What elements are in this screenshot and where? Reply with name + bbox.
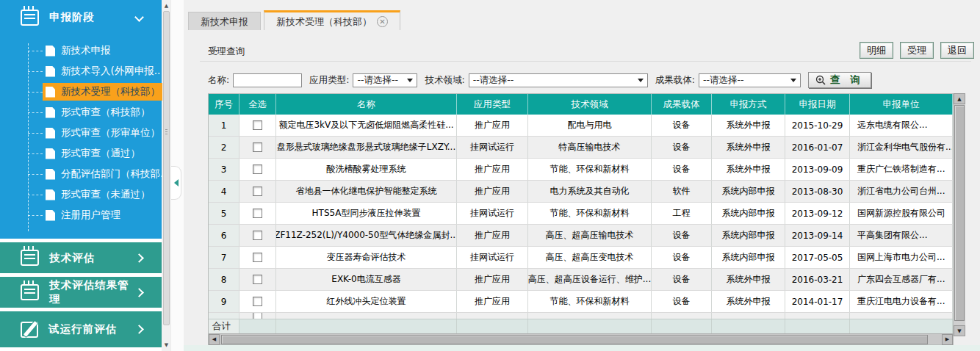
sidebar-item-6[interactable]: 分配评估部门（科技部.. (0, 164, 162, 184)
sidebar-scrollbar-thumb[interactable] (163, 11, 170, 325)
sidebar-section-eval-result-mgmt[interactable]: 技术评估结果管理 (0, 277, 162, 308)
search-button[interactable]: 查 询 (808, 72, 871, 88)
scroll-left-icon[interactable]: ◀ (209, 334, 220, 345)
table-row[interactable]: 1额定电压3kV及以下无卤低烟阻燃高柔性硅...推广应用配电与用电设备系统外申报… (209, 115, 953, 137)
cell-date: 2013-08-30 (785, 181, 850, 202)
detail-button[interactable]: 明细 (860, 42, 893, 59)
cell-unit: 国网新源控股有限公司 (850, 203, 953, 224)
cell-name: 盘形悬式玻璃绝缘盘形悬式玻璃绝缘子LXZY... (276, 137, 457, 158)
cell-declare_mode: 系统内部申报 (712, 181, 785, 202)
column-header-6: 申报方式 (712, 94, 785, 115)
row-checkbox[interactable] (253, 164, 262, 174)
cell-name: HTS5A型同步液压拉伸装置 (276, 203, 457, 224)
checkbox-cell (239, 225, 276, 246)
footer-cell (652, 319, 712, 333)
sidebar-item-4[interactable]: 形式审查（形审单位） (0, 123, 162, 143)
table-row[interactable]: 2盘形悬式玻璃绝缘盘形悬式玻璃绝缘子LXZY...挂网试运行特高压输电技术设备系… (209, 137, 953, 159)
app-type-select[interactable]: --请选择-- (353, 73, 417, 87)
left-triangle-icon (174, 179, 179, 187)
sidebar-collapse-handle[interactable] (171, 166, 181, 200)
footer-cell (457, 319, 528, 333)
cell-carrier: 设备 (652, 115, 712, 136)
table-row[interactable]: 7变压器寿命评估技术挂网试运行高压、超高压变电技术设备系统内部申报2017-05… (209, 247, 953, 269)
sidebar-item-label: 形式审查（通过） (61, 147, 140, 160)
tab-new-tech-accept[interactable]: 新技术受理（科技部） ✕ (264, 10, 400, 31)
cell-unit: 重庆江电电力设备有... (850, 291, 953, 312)
checkbox-cell (239, 181, 276, 202)
row-checkbox[interactable] (253, 275, 262, 284)
vertical-scrollbar-thumb[interactable] (954, 105, 965, 321)
cell-declare_mode: 系统内部申报 (712, 225, 785, 246)
pencil-note-icon (21, 322, 38, 338)
table-row[interactable]: 5HTS5A型同步液压拉伸装置挂网试运行节能、环保和新材料工程系统内部申报201… (209, 203, 953, 225)
row-checkbox[interactable] (253, 253, 262, 262)
row-checkbox[interactable] (253, 231, 262, 240)
scroll-right-icon[interactable]: ▶ (942, 334, 953, 345)
app-type-label: 应用类型: (309, 74, 349, 87)
carrier-select[interactable]: --请选择-- (699, 73, 801, 87)
sidebar-item-8[interactable]: 注册用户管理 (0, 205, 162, 225)
tech-field-select[interactable]: --请选择-- (469, 73, 648, 87)
sidebar-item-2[interactable]: 新技术受理（科技部） (0, 82, 162, 102)
cell-unit: 国网上海市电力公司... (850, 247, 953, 268)
chevron-right-icon (134, 288, 144, 297)
checkbox-cell (239, 247, 276, 268)
cell-unit: 平高集团有限公... (850, 225, 953, 246)
tab-new-tech-declare[interactable]: 新技术申报 (188, 12, 261, 31)
table-row[interactable]: 3酸洗槽酸雾处理系统推广应用节能、环保和新材料设备系统外申报2013-09-09… (209, 159, 953, 181)
tree-connector (28, 112, 43, 113)
sidebar-scrollbar[interactable]: ▲ ▼ (162, 0, 170, 351)
sidebar-item-0[interactable]: 新技术申报 (0, 40, 162, 61)
table-row-partial (209, 313, 953, 319)
cell-date: 2016-03-21 (785, 269, 850, 290)
cell-declare_mode: 系统外申报 (712, 269, 785, 290)
checkbox-cell (239, 159, 276, 180)
horizontal-scrollbar[interactable]: ◀ ▶ (209, 333, 953, 344)
table-footer-row: 合计 (209, 319, 953, 333)
circle-close-icon[interactable]: ✕ (377, 16, 388, 27)
cell-app_type: 推广应用 (457, 181, 528, 202)
sidebar-section-tech-eval[interactable]: 技术评估 (0, 242, 162, 273)
chevron-right-icon (134, 253, 144, 263)
tree-connector (28, 153, 43, 154)
sidebar-section-declare-stage[interactable]: 申报阶段 (0, 0, 162, 35)
tab-label: 新技术受理（科技部） (276, 15, 372, 29)
row-checkbox[interactable] (253, 297, 262, 306)
row-checkbox[interactable] (253, 187, 262, 196)
sidebar-section-pre-run-eval[interactable]: 试运行前评估 (0, 311, 162, 347)
vertical-scrollbar[interactable]: ▲ ▼ (954, 93, 965, 336)
carrier-label: 成果载体: (655, 74, 695, 87)
horizontal-scrollbar-thumb[interactable] (221, 335, 928, 344)
sidebar-item-1[interactable]: 新技术导入(外网申报.. (0, 61, 162, 82)
scroll-up-icon[interactable]: ▲ (162, 1, 170, 10)
sidebar-item-3[interactable]: 形式审查（科技部） (0, 102, 162, 123)
cell-date: 2014-01-17 (785, 291, 850, 312)
row-checkbox[interactable] (253, 142, 262, 152)
scroll-up-icon[interactable]: ▲ (954, 93, 965, 104)
sidebar-item-label: 新技术受理（科技部） (61, 85, 160, 98)
sidebar-item-5[interactable]: 形式审查（通过） (0, 143, 162, 164)
table-row[interactable]: 9红外线冲头定位装置推广应用节能、环保和新材料设备系统外申报2014-01-17… (209, 291, 953, 313)
accept-button[interactable]: 受理 (900, 42, 934, 59)
scroll-down-icon[interactable]: ▼ (162, 341, 170, 350)
return-button[interactable]: 退回 (940, 42, 974, 59)
table-row[interactable]: 6ZF11Z-252(L)/Y4000-50型气体绝缘金属封...推广应用高压、… (209, 225, 953, 247)
row-checkbox[interactable] (253, 120, 262, 130)
table-row[interactable]: 8EXK-0电流互感器推广应用高压、超高压设备运行、维护...设备系统外申报20… (209, 269, 953, 291)
footer-total-label: 合计 (209, 319, 239, 333)
name-label: 名称: (208, 74, 229, 87)
row-checkbox[interactable] (253, 313, 262, 319)
cell-seq: 9 (209, 291, 239, 312)
sidebar-item-7[interactable]: 形式审查（未通过） (0, 184, 162, 205)
tab-bar: 新技术申报 新技术受理（科技部） ✕ (188, 10, 403, 31)
row-checkbox[interactable] (253, 209, 262, 218)
cell-name: EXK-0电流互感器 (276, 269, 457, 290)
sidebar-item-label: 注册用户管理 (61, 209, 120, 222)
checkbox-cell (239, 203, 276, 224)
name-input[interactable] (233, 73, 302, 87)
cell-seq: 7 (209, 247, 239, 268)
scroll-down-icon[interactable]: ▼ (954, 325, 965, 336)
cell-tech_field: 配电与用电 (528, 115, 652, 136)
selected-value: --请选择-- (473, 74, 514, 87)
table-row[interactable]: 4省地县一体化继电保护智能整定系统推广应用电力系统及其自动化软件系统内部申报20… (209, 181, 953, 203)
